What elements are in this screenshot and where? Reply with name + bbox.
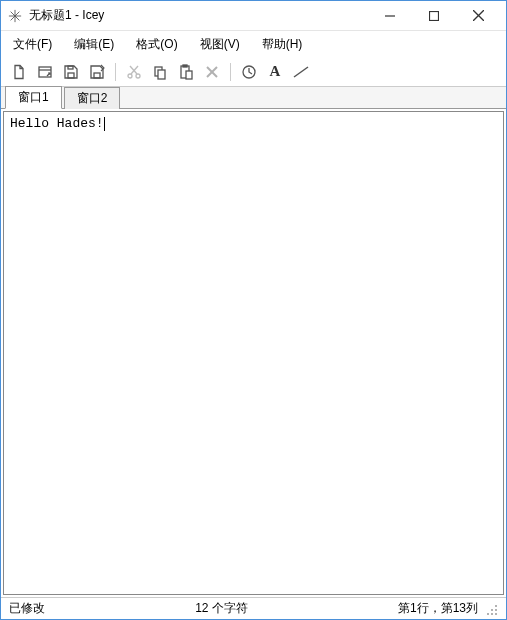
- titlebar: 无标题1 - Icey: [1, 1, 506, 31]
- svg-line-25: [294, 67, 308, 77]
- svg-point-31: [487, 613, 489, 615]
- edit-line-icon: [292, 64, 310, 80]
- close-button[interactable]: [456, 2, 500, 30]
- svg-line-15: [131, 66, 138, 74]
- maximize-button[interactable]: [412, 2, 456, 30]
- status-modified: 已修改: [9, 600, 45, 617]
- svg-point-30: [491, 613, 493, 615]
- svg-point-29: [495, 613, 497, 615]
- tab-window-1[interactable]: 窗口1: [5, 86, 62, 109]
- app-window: 无标题1 - Icey 文件(F) 编辑(E) 格式(O) 视图(V) 帮助(H…: [0, 0, 507, 620]
- copy-icon: [152, 64, 168, 80]
- svg-point-28: [491, 609, 493, 611]
- delete-button[interactable]: [200, 60, 224, 84]
- font-icon: A: [270, 63, 281, 80]
- history-button[interactable]: [237, 60, 261, 84]
- paste-icon: [178, 64, 194, 80]
- menu-file[interactable]: 文件(F): [9, 34, 56, 55]
- menu-view[interactable]: 视图(V): [196, 34, 244, 55]
- editor-content: Hello Hades!: [10, 116, 104, 131]
- font-button[interactable]: A: [263, 60, 287, 84]
- history-icon: [241, 64, 257, 80]
- save-button[interactable]: [59, 60, 83, 84]
- save-icon: [63, 64, 79, 80]
- cut-icon: [126, 64, 142, 80]
- cut-button[interactable]: [122, 60, 146, 84]
- editor-area: Hello Hades!: [1, 109, 506, 597]
- svg-rect-5: [430, 11, 439, 20]
- svg-rect-20: [183, 65, 187, 67]
- new-file-icon: [11, 64, 27, 80]
- resize-grip-icon[interactable]: [484, 602, 498, 616]
- edit-line-button[interactable]: [289, 60, 313, 84]
- tab-window-2[interactable]: 窗口2: [64, 87, 121, 109]
- minimize-button[interactable]: [368, 2, 412, 30]
- paste-button[interactable]: [174, 60, 198, 84]
- copy-button[interactable]: [148, 60, 172, 84]
- statusbar: 已修改 12 个字符 第1行，第13列: [1, 597, 506, 619]
- toolbar-separator: [230, 63, 231, 81]
- svg-rect-10: [68, 73, 74, 78]
- svg-line-16: [130, 66, 137, 74]
- svg-rect-12: [94, 73, 100, 78]
- svg-point-14: [136, 74, 140, 78]
- svg-point-27: [495, 609, 497, 611]
- svg-rect-11: [68, 66, 73, 69]
- menubar: 文件(F) 编辑(E) 格式(O) 视图(V) 帮助(H): [1, 31, 506, 57]
- toolbar: A: [1, 57, 506, 87]
- text-editor[interactable]: Hello Hades!: [3, 111, 504, 595]
- delete-icon: [205, 65, 219, 79]
- text-caret: [104, 117, 105, 131]
- snowflake-icon: [7, 8, 23, 24]
- svg-point-13: [128, 74, 132, 78]
- new-file-button[interactable]: [7, 60, 31, 84]
- save-as-button[interactable]: [85, 60, 109, 84]
- window-title: 无标题1 - Icey: [29, 7, 104, 24]
- new-window-icon: [37, 64, 53, 80]
- status-char-count: 12 个字符: [45, 600, 398, 617]
- new-window-button[interactable]: [33, 60, 57, 84]
- status-position: 第1行，第13列: [398, 600, 478, 617]
- save-as-icon: [89, 64, 105, 80]
- menu-edit[interactable]: 编辑(E): [70, 34, 118, 55]
- svg-rect-18: [158, 70, 165, 79]
- svg-rect-21: [186, 71, 192, 79]
- toolbar-separator: [115, 63, 116, 81]
- menu-format[interactable]: 格式(O): [132, 34, 181, 55]
- svg-point-26: [495, 605, 497, 607]
- svg-rect-8: [39, 67, 51, 77]
- menu-help[interactable]: 帮助(H): [258, 34, 307, 55]
- tabstrip: 窗口1 窗口2: [1, 87, 506, 109]
